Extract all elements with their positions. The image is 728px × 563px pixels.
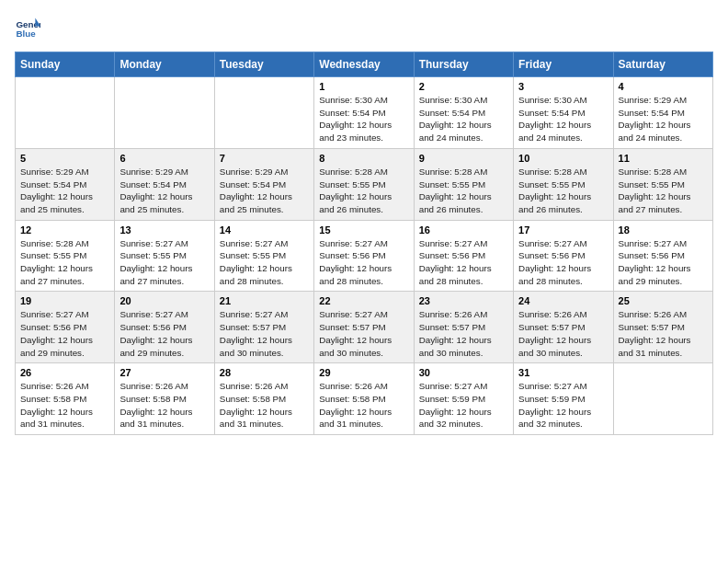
cell-info: Sunrise: 5:26 AM Sunset: 5:58 PM Dayligh… bbox=[119, 380, 209, 431]
header-row: SundayMondayTuesdayWednesdayThursdayFrid… bbox=[16, 52, 713, 77]
calendar-cell: 27Sunrise: 5:26 AM Sunset: 5:58 PM Dayli… bbox=[115, 363, 214, 435]
day-number: 7 bbox=[220, 153, 309, 164]
calendar-cell: 14Sunrise: 5:27 AM Sunset: 5:55 PM Dayli… bbox=[214, 220, 313, 292]
calendar-cell: 11Sunrise: 5:28 AM Sunset: 5:55 PM Dayli… bbox=[613, 148, 712, 220]
cell-info: Sunrise: 5:26 AM Sunset: 5:57 PM Dayligh… bbox=[619, 308, 708, 359]
cell-info: Sunrise: 5:30 AM Sunset: 5:54 PM Dayligh… bbox=[518, 94, 608, 144]
calendar-cell: 2Sunrise: 5:30 AM Sunset: 5:54 PM Daylig… bbox=[414, 77, 513, 149]
calendar-cell: 20Sunrise: 5:27 AM Sunset: 5:56 PM Dayli… bbox=[115, 292, 214, 363]
cell-info: Sunrise: 5:26 AM Sunset: 5:57 PM Dayligh… bbox=[518, 308, 608, 359]
day-number: 1 bbox=[319, 81, 408, 92]
calendar-cell: 1Sunrise: 5:30 AM Sunset: 5:54 PM Daylig… bbox=[314, 77, 414, 149]
calendar-cell: 7Sunrise: 5:29 AM Sunset: 5:54 PM Daylig… bbox=[214, 148, 313, 220]
cell-info: Sunrise: 5:27 AM Sunset: 5:57 PM Dayligh… bbox=[220, 308, 309, 359]
day-number: 31 bbox=[518, 367, 608, 378]
day-number: 4 bbox=[619, 81, 708, 92]
calendar-cell: 25Sunrise: 5:26 AM Sunset: 5:57 PM Dayli… bbox=[613, 292, 712, 363]
day-number: 13 bbox=[119, 224, 209, 236]
cell-info: Sunrise: 5:26 AM Sunset: 5:57 PM Dayligh… bbox=[419, 308, 508, 359]
day-number: 10 bbox=[518, 153, 608, 164]
day-number: 24 bbox=[518, 295, 608, 306]
cell-info: Sunrise: 5:26 AM Sunset: 5:58 PM Dayligh… bbox=[220, 380, 309, 431]
calendar-cell bbox=[613, 363, 712, 435]
logo-icon: General Blue bbox=[15, 15, 40, 40]
cell-info: Sunrise: 5:27 AM Sunset: 5:59 PM Dayligh… bbox=[518, 380, 608, 431]
day-number: 6 bbox=[119, 153, 209, 164]
cell-info: Sunrise: 5:27 AM Sunset: 5:56 PM Dayligh… bbox=[419, 237, 508, 288]
cell-info: Sunrise: 5:27 AM Sunset: 5:56 PM Dayligh… bbox=[518, 237, 608, 288]
calendar-cell: 23Sunrise: 5:26 AM Sunset: 5:57 PM Dayli… bbox=[414, 292, 513, 363]
cell-info: Sunrise: 5:30 AM Sunset: 5:54 PM Dayligh… bbox=[419, 94, 508, 144]
day-number: 8 bbox=[319, 153, 408, 164]
cell-info: Sunrise: 5:30 AM Sunset: 5:54 PM Dayligh… bbox=[319, 94, 408, 144]
day-number: 12 bbox=[20, 224, 109, 236]
day-header-saturday: Saturday bbox=[613, 52, 712, 77]
calendar-cell: 15Sunrise: 5:27 AM Sunset: 5:56 PM Dayli… bbox=[314, 220, 414, 292]
calendar-cell: 5Sunrise: 5:29 AM Sunset: 5:54 PM Daylig… bbox=[16, 148, 115, 220]
cell-info: Sunrise: 5:29 AM Sunset: 5:54 PM Dayligh… bbox=[20, 166, 109, 216]
cell-info: Sunrise: 5:29 AM Sunset: 5:54 PM Dayligh… bbox=[220, 166, 309, 216]
calendar-cell: 12Sunrise: 5:28 AM Sunset: 5:55 PM Dayli… bbox=[16, 220, 115, 292]
cell-info: Sunrise: 5:26 AM Sunset: 5:58 PM Dayligh… bbox=[20, 380, 109, 431]
cell-info: Sunrise: 5:27 AM Sunset: 5:56 PM Dayligh… bbox=[20, 308, 109, 359]
calendar-cell bbox=[16, 77, 115, 149]
day-number: 30 bbox=[419, 367, 508, 378]
calendar-cell: 16Sunrise: 5:27 AM Sunset: 5:56 PM Dayli… bbox=[414, 220, 513, 292]
day-number: 3 bbox=[518, 81, 608, 92]
day-number: 2 bbox=[419, 81, 508, 92]
calendar-cell: 9Sunrise: 5:28 AM Sunset: 5:55 PM Daylig… bbox=[414, 148, 513, 220]
day-number: 21 bbox=[220, 295, 309, 306]
day-number: 16 bbox=[419, 224, 508, 236]
calendar-cell: 3Sunrise: 5:30 AM Sunset: 5:54 PM Daylig… bbox=[514, 77, 613, 149]
calendar-cell: 6Sunrise: 5:29 AM Sunset: 5:54 PM Daylig… bbox=[115, 148, 214, 220]
calendar-cell bbox=[214, 77, 313, 149]
calendar-cell: 13Sunrise: 5:27 AM Sunset: 5:55 PM Dayli… bbox=[115, 220, 214, 292]
cell-info: Sunrise: 5:28 AM Sunset: 5:55 PM Dayligh… bbox=[518, 166, 608, 216]
week-row-3: 12Sunrise: 5:28 AM Sunset: 5:55 PM Dayli… bbox=[16, 220, 713, 292]
cell-info: Sunrise: 5:27 AM Sunset: 5:56 PM Dayligh… bbox=[319, 237, 408, 288]
cell-info: Sunrise: 5:29 AM Sunset: 5:54 PM Dayligh… bbox=[119, 166, 209, 216]
day-number: 28 bbox=[220, 367, 309, 378]
day-header-sunday: Sunday bbox=[16, 52, 115, 77]
logo: General Blue bbox=[15, 15, 44, 40]
calendar-cell bbox=[115, 77, 214, 149]
calendar-cell: 4Sunrise: 5:29 AM Sunset: 5:54 PM Daylig… bbox=[613, 77, 712, 149]
day-header-monday: Monday bbox=[115, 52, 214, 77]
cell-info: Sunrise: 5:28 AM Sunset: 5:55 PM Dayligh… bbox=[619, 166, 708, 216]
calendar-cell: 19Sunrise: 5:27 AM Sunset: 5:56 PM Dayli… bbox=[16, 292, 115, 363]
svg-text:Blue: Blue bbox=[16, 29, 36, 39]
cell-info: Sunrise: 5:28 AM Sunset: 5:55 PM Dayligh… bbox=[319, 166, 408, 216]
day-number: 29 bbox=[319, 367, 408, 378]
week-row-5: 26Sunrise: 5:26 AM Sunset: 5:58 PM Dayli… bbox=[16, 363, 713, 435]
day-number: 19 bbox=[20, 295, 109, 306]
calendar-cell: 8Sunrise: 5:28 AM Sunset: 5:55 PM Daylig… bbox=[314, 148, 414, 220]
cell-info: Sunrise: 5:27 AM Sunset: 5:56 PM Dayligh… bbox=[119, 308, 209, 359]
page-header: General Blue bbox=[15, 15, 713, 40]
day-number: 23 bbox=[419, 295, 508, 306]
day-number: 5 bbox=[20, 153, 109, 164]
week-row-2: 5Sunrise: 5:29 AM Sunset: 5:54 PM Daylig… bbox=[16, 148, 713, 220]
cell-info: Sunrise: 5:28 AM Sunset: 5:55 PM Dayligh… bbox=[419, 166, 508, 216]
cell-info: Sunrise: 5:28 AM Sunset: 5:55 PM Dayligh… bbox=[20, 237, 109, 288]
calendar-table: SundayMondayTuesdayWednesdayThursdayFrid… bbox=[15, 52, 713, 435]
cell-info: Sunrise: 5:27 AM Sunset: 5:59 PM Dayligh… bbox=[419, 380, 508, 431]
cell-info: Sunrise: 5:27 AM Sunset: 5:55 PM Dayligh… bbox=[119, 237, 209, 288]
day-number: 9 bbox=[419, 153, 508, 164]
day-number: 25 bbox=[619, 295, 708, 306]
calendar-cell: 18Sunrise: 5:27 AM Sunset: 5:56 PM Dayli… bbox=[613, 220, 712, 292]
day-number: 26 bbox=[20, 367, 109, 378]
day-header-tuesday: Tuesday bbox=[214, 52, 313, 77]
day-header-thursday: Thursday bbox=[414, 52, 513, 77]
week-row-4: 19Sunrise: 5:27 AM Sunset: 5:56 PM Dayli… bbox=[16, 292, 713, 363]
day-header-wednesday: Wednesday bbox=[314, 52, 414, 77]
calendar-cell: 17Sunrise: 5:27 AM Sunset: 5:56 PM Dayli… bbox=[514, 220, 613, 292]
cell-info: Sunrise: 5:29 AM Sunset: 5:54 PM Dayligh… bbox=[619, 94, 708, 144]
calendar-cell: 28Sunrise: 5:26 AM Sunset: 5:58 PM Dayli… bbox=[214, 363, 313, 435]
day-number: 27 bbox=[119, 367, 209, 378]
cell-info: Sunrise: 5:27 AM Sunset: 5:56 PM Dayligh… bbox=[619, 237, 708, 288]
day-number: 15 bbox=[319, 224, 408, 236]
day-number: 11 bbox=[619, 153, 708, 164]
day-number: 17 bbox=[518, 224, 608, 236]
day-number: 20 bbox=[119, 295, 209, 306]
calendar-cell: 24Sunrise: 5:26 AM Sunset: 5:57 PM Dayli… bbox=[514, 292, 613, 363]
